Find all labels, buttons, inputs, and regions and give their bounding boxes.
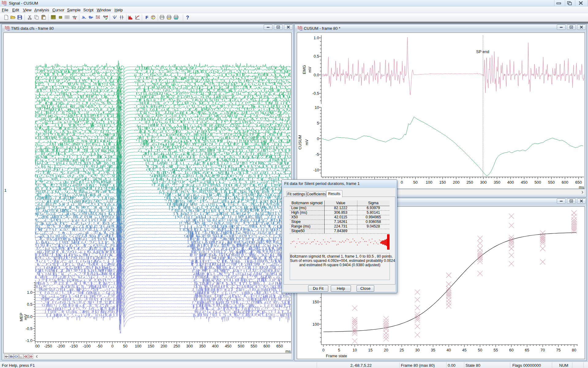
svg-text:ms: ms bbox=[579, 185, 584, 190]
svg-text:50: 50 bbox=[413, 180, 417, 185]
svg-text:600: 600 bbox=[562, 180, 568, 185]
svg-text:-200: -200 bbox=[57, 344, 65, 348]
svg-text:500: 500 bbox=[238, 344, 244, 348]
svg-text:0: 0 bbox=[111, 344, 113, 348]
svg-text:40: 40 bbox=[447, 348, 451, 352]
svg-text:600: 600 bbox=[263, 344, 270, 348]
svg-text:25: 25 bbox=[400, 348, 404, 352]
svg-text:mV: mV bbox=[23, 314, 28, 320]
svg-text:-250: -250 bbox=[44, 344, 52, 348]
svg-text:ms: ms bbox=[285, 349, 291, 354]
svg-text:450: 450 bbox=[225, 344, 232, 348]
svg-text:60: 60 bbox=[509, 348, 514, 352]
svg-text:0.5: 0.5 bbox=[27, 302, 32, 307]
svg-text:-0.5: -0.5 bbox=[312, 91, 319, 96]
svg-text:150: 150 bbox=[439, 180, 446, 185]
svg-text:0: 0 bbox=[401, 180, 403, 185]
svg-text:200: 200 bbox=[453, 180, 460, 185]
svg-text:65: 65 bbox=[525, 348, 529, 352]
svg-text:500: 500 bbox=[534, 180, 541, 185]
svg-text:-1.0: -1.0 bbox=[26, 338, 32, 343]
svg-text:100: 100 bbox=[426, 180, 432, 185]
svg-text:550: 550 bbox=[548, 180, 555, 185]
svg-text:EMG: EMG bbox=[302, 65, 307, 74]
svg-text:150: 150 bbox=[312, 300, 319, 304]
svg-text:550: 550 bbox=[251, 344, 257, 348]
svg-text:250: 250 bbox=[173, 344, 180, 348]
svg-text:10: 10 bbox=[352, 348, 357, 352]
svg-text:55: 55 bbox=[493, 348, 498, 352]
svg-text:10: 10 bbox=[315, 105, 319, 110]
svg-text:45: 45 bbox=[462, 348, 466, 352]
svg-text:5: 5 bbox=[338, 348, 340, 352]
svg-text:?: ? bbox=[186, 15, 189, 20]
svg-text:100: 100 bbox=[135, 344, 141, 348]
svg-text:mV: mV bbox=[307, 67, 312, 73]
svg-text:30: 30 bbox=[415, 348, 420, 352]
svg-text:F: F bbox=[145, 15, 148, 20]
svg-text:-100: -100 bbox=[83, 344, 91, 348]
svg-text:650: 650 bbox=[276, 344, 283, 348]
svg-text:MEP: MEP bbox=[19, 313, 24, 321]
svg-text:400: 400 bbox=[507, 180, 514, 185]
svg-text:35: 35 bbox=[431, 348, 435, 352]
svg-text:650: 650 bbox=[575, 180, 582, 185]
svg-text:1.0: 1.0 bbox=[314, 36, 319, 40]
svg-text:20: 20 bbox=[384, 348, 388, 352]
svg-text:15: 15 bbox=[368, 348, 372, 352]
svg-text:0.0: 0.0 bbox=[314, 73, 319, 77]
svg-text:CUSUM: CUSUM bbox=[298, 135, 302, 150]
svg-text:mV: mV bbox=[304, 139, 309, 145]
svg-text:00: 00 bbox=[35, 344, 40, 348]
svg-text:-50: -50 bbox=[97, 344, 103, 348]
svg-text:50: 50 bbox=[478, 348, 482, 352]
svg-text:300: 300 bbox=[186, 344, 193, 348]
svg-text:5: 5 bbox=[317, 121, 319, 125]
svg-text:Frame state: Frame state bbox=[326, 354, 347, 358]
svg-text:75: 75 bbox=[556, 348, 560, 352]
svg-text:0.5: 0.5 bbox=[314, 54, 319, 59]
svg-text:1.0: 1.0 bbox=[27, 290, 32, 295]
svg-text:-0.5: -0.5 bbox=[26, 326, 32, 331]
svg-text:-150: -150 bbox=[70, 344, 78, 348]
svg-text:150: 150 bbox=[148, 344, 154, 348]
svg-text:SP end: SP end bbox=[476, 49, 489, 54]
svg-text:-5: -5 bbox=[315, 152, 319, 157]
svg-text:450: 450 bbox=[521, 180, 528, 185]
svg-text:0: 0 bbox=[322, 348, 324, 352]
svg-text:70: 70 bbox=[541, 348, 545, 352]
svg-text:1: 1 bbox=[4, 188, 6, 193]
svg-text:200: 200 bbox=[160, 344, 167, 348]
svg-text:350: 350 bbox=[494, 180, 500, 185]
svg-text:0: 0 bbox=[317, 136, 319, 141]
svg-text:50: 50 bbox=[123, 344, 127, 348]
svg-text:350: 350 bbox=[199, 344, 206, 348]
svg-text:80: 80 bbox=[572, 348, 576, 352]
svg-text:400: 400 bbox=[212, 344, 219, 348]
svg-text:-10: -10 bbox=[313, 168, 319, 172]
svg-text:250: 250 bbox=[466, 180, 473, 185]
svg-text:100: 100 bbox=[312, 322, 319, 327]
svg-text:300: 300 bbox=[480, 180, 487, 185]
